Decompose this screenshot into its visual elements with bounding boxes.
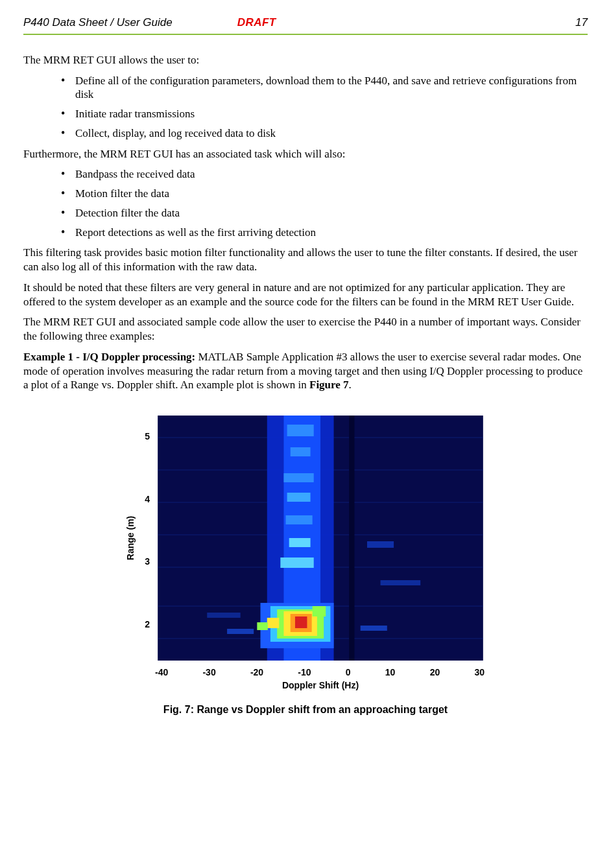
svg-rect-24: [267, 618, 280, 628]
svg-rect-11: [287, 425, 314, 436]
body-paragraph-3: This filtering task provides basic motio…: [23, 246, 588, 274]
svg-rect-28: [367, 541, 394, 548]
intro-paragraph-2: Furthermore, the MRM RET GUI has an asso…: [23, 147, 588, 161]
y-axis-ticks: 5 4 3 2: [138, 412, 154, 664]
page-number: 17: [575, 16, 588, 30]
page-header: P440 Data Sheet / User Guide DRAFT 17: [23, 16, 588, 30]
feature-list-2: Bandpass the received data Motion filter…: [23, 167, 588, 239]
body-paragraph-5: The MRM RET GUI and associated sample co…: [23, 315, 588, 344]
svg-rect-14: [287, 493, 311, 502]
x-tick: 30: [474, 667, 485, 679]
figure-caption: Fig. 7: Range vs Doppler shift from an a…: [23, 703, 588, 716]
svg-rect-30: [361, 626, 387, 631]
example-1-tail: .: [349, 379, 352, 391]
list-item: Motion filter the data: [61, 187, 588, 201]
example-1-paragraph: Example 1 - I/Q Doppler processing: MATL…: [23, 350, 588, 392]
y-tick: 5: [145, 431, 150, 443]
list-item: Bandpass the received data: [61, 167, 588, 182]
feature-list-1: Define all of the configuration paramete…: [23, 74, 588, 141]
svg-rect-13: [283, 473, 313, 482]
svg-rect-15: [286, 515, 313, 524]
svg-rect-27: [349, 416, 354, 661]
svg-rect-23: [295, 616, 307, 628]
figure-reference: Figure 7: [309, 379, 349, 391]
x-tick: -30: [202, 667, 215, 679]
y-tick: 2: [145, 619, 150, 631]
svg-rect-16: [289, 538, 311, 547]
svg-rect-17: [280, 557, 313, 568]
x-tick: 10: [385, 667, 396, 679]
intro-paragraph-1: The MRM RET GUI allows the user to:: [23, 53, 588, 67]
svg-rect-25: [257, 622, 267, 630]
figure-7: Range (m) 5 4 3 2: [124, 412, 487, 692]
x-tick: -10: [298, 667, 311, 679]
header-rule: [23, 34, 588, 35]
svg-rect-31: [207, 613, 240, 618]
svg-rect-12: [291, 447, 311, 456]
y-tick: 4: [145, 494, 150, 506]
list-item: Report detections as well as the first a…: [61, 226, 588, 240]
svg-rect-26: [313, 606, 326, 616]
svg-rect-29: [381, 580, 421, 585]
list-item: Collect, display, and log received data …: [61, 126, 588, 141]
heatmap-plot: [154, 412, 487, 664]
y-tick: 3: [145, 556, 150, 568]
svg-rect-32: [227, 629, 254, 634]
example-1-lead: Example 1 - I/Q Doppler processing:: [23, 351, 195, 363]
y-axis-label: Range (m): [124, 412, 138, 664]
list-item: Define all of the configuration paramete…: [61, 74, 588, 102]
x-tick: 0: [346, 667, 351, 679]
draft-label: DRAFT: [237, 16, 276, 30]
x-tick: -20: [250, 667, 263, 679]
list-item: Initiate radar transmissions: [61, 107, 588, 121]
body-paragraph-4: It should be noted that these filters ar…: [23, 281, 588, 309]
x-tick: -40: [155, 667, 168, 679]
doc-title: P440 Data Sheet / User Guide: [23, 16, 173, 30]
list-item: Detection filter the data: [61, 206, 588, 220]
x-axis-label: Doppler Shift (Hz): [124, 680, 487, 692]
x-axis-ticks: -40 -30 -20 -10 0 10 20 30: [124, 664, 487, 679]
x-tick: 20: [430, 667, 440, 679]
